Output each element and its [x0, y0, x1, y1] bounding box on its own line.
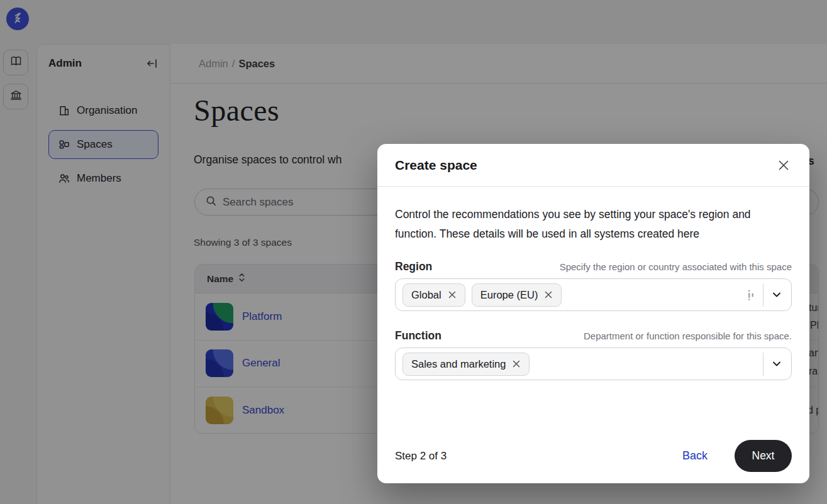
modal-footer: Step 2 of 3 Back Next [395, 440, 792, 472]
function-chip: Sales and marketing [402, 353, 530, 376]
region-field-label: Region [395, 260, 432, 273]
region-chip: Europe (EU) [472, 283, 562, 307]
region-chip: Global [402, 283, 465, 307]
chip-label: Sales and marketing [411, 358, 506, 370]
remove-chip-icon[interactable] [448, 290, 457, 299]
app-root: Admin Organisation [0, 0, 827, 504]
step-indicator: Step 2 of 3 [395, 450, 447, 463]
bars-indicator-icon [747, 288, 755, 301]
back-button[interactable]: Back [682, 449, 708, 463]
function-field-label: Function [395, 329, 441, 342]
chevron-down-icon[interactable] [771, 358, 782, 370]
select-divider [763, 353, 763, 376]
region-multiselect[interactable]: Global Europe (EU) [395, 278, 792, 311]
next-button[interactable]: Next [735, 440, 792, 472]
function-multiselect[interactable]: Sales and marketing [395, 348, 792, 380]
modal-description: Control the recommendations you see by s… [395, 205, 775, 244]
close-icon[interactable] [775, 157, 792, 173]
modal-title: Create space [395, 158, 477, 173]
function-field-hint: Department or function responsible for t… [584, 331, 792, 341]
create-space-modal: Create space Control the recommendations… [377, 144, 809, 483]
chip-label: Global [411, 289, 441, 301]
chip-label: Europe (EU) [480, 289, 538, 301]
remove-chip-icon[interactable] [544, 290, 553, 299]
region-field-hint: Specify the region or country associated… [560, 261, 792, 272]
modal-body: Control the recommendations you see by s… [377, 187, 809, 380]
remove-chip-icon[interactable] [512, 359, 521, 368]
select-divider [763, 283, 763, 307]
modal-header: Create space [377, 144, 809, 187]
chevron-down-icon[interactable] [771, 289, 782, 300]
